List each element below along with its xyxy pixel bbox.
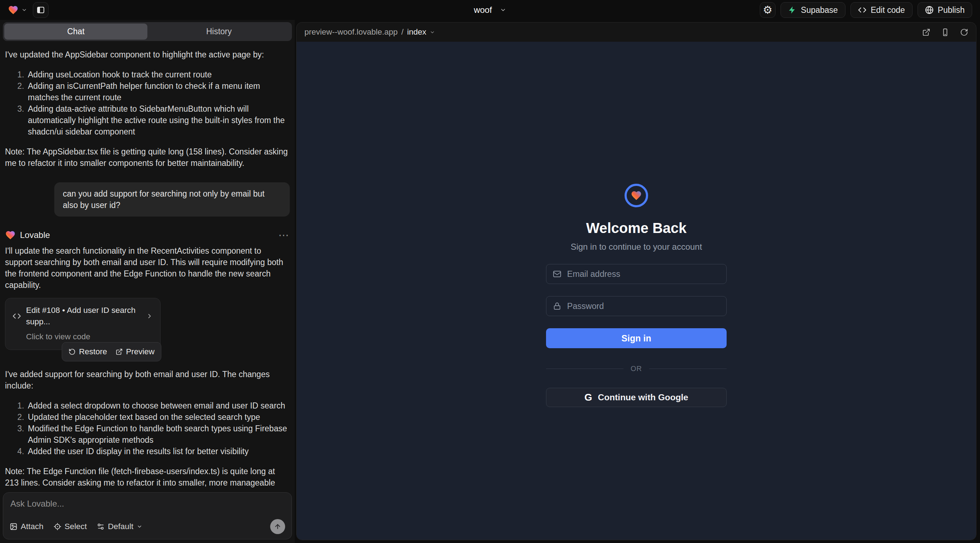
send-button[interactable] xyxy=(270,519,285,534)
sliders-icon xyxy=(97,523,105,530)
assistant-note: Note: The Edge Function file (fetch-fire… xyxy=(5,465,290,489)
divider-line xyxy=(546,368,624,369)
assistant-paragraph: I'll update the search functionality in … xyxy=(5,245,290,291)
edit-card-actions: Restore Preview xyxy=(62,342,161,361)
toggle-sidebar-button[interactable] xyxy=(33,2,49,18)
arrow-up-icon xyxy=(274,523,281,530)
external-link-icon xyxy=(922,28,931,37)
email-field[interactable] xyxy=(566,269,720,279)
restore-icon xyxy=(68,348,76,355)
preview-url-host: preview--woof.lovable.app xyxy=(304,27,398,37)
preview-label: Preview xyxy=(126,346,154,357)
list-item: Added the user ID display in the results… xyxy=(26,446,290,457)
select-element-button[interactable]: Select xyxy=(54,522,87,531)
divider-label: OR xyxy=(631,365,642,373)
divider-line xyxy=(649,368,727,369)
settings-button[interactable]: ⚙ xyxy=(760,2,775,18)
external-link-icon xyxy=(116,348,123,355)
code-icon xyxy=(858,6,867,14)
chat-history-tabbar: Chat History xyxy=(3,22,292,41)
project-switcher[interactable]: woof xyxy=(474,5,506,15)
google-signin-label: Continue with Google xyxy=(598,392,688,402)
assistant-note: Note: The AppSidebar.tsx file is getting… xyxy=(5,146,290,169)
google-signin-button[interactable]: G Continue with Google xyxy=(546,388,727,407)
message-more-button[interactable]: ⋯ xyxy=(278,229,290,241)
assistant-list: Added a select dropdown to choose betwee… xyxy=(5,400,290,457)
edit-code-label: Edit code xyxy=(871,5,905,15)
page-title: Welcome Back xyxy=(586,220,687,236)
preview-header: preview--woof.lovable.app / index xyxy=(297,22,976,42)
edit-card-wrapper: Edit #108 • Add user ID search supp... C… xyxy=(5,298,161,350)
list-item: Adding an isCurrentPath helper function … xyxy=(26,80,290,103)
app-logo xyxy=(625,184,648,207)
signin-form: Welcome Back Sign in to continue to your… xyxy=(546,184,727,407)
preview-iframe: Welcome Back Sign in to continue to your… xyxy=(297,42,976,540)
panel-left-icon xyxy=(37,6,45,14)
edit-card-title: Edit #108 • Add user ID search supp... xyxy=(26,305,141,327)
envelope-icon xyxy=(553,270,562,278)
refresh-icon xyxy=(960,28,968,37)
assistant-name: Lovable xyxy=(20,229,50,241)
select-label: Select xyxy=(65,522,87,531)
assistant-list: Adding useLocation hook to track the cur… xyxy=(5,69,290,137)
user-message-text: can you add support for searching not on… xyxy=(63,189,264,210)
attach-button[interactable]: Attach xyxy=(10,522,43,531)
topbar: woof ⚙ Supabase Edit code Publish xyxy=(0,0,980,20)
lovable-heart-icon xyxy=(8,5,19,15)
preview-url-selector[interactable]: preview--woof.lovable.app / index xyxy=(304,27,435,37)
list-item: Updated the placeholder text based on th… xyxy=(26,411,290,423)
publish-button[interactable]: Publish xyxy=(918,2,972,18)
list-item: Adding useLocation hook to track the cur… xyxy=(26,69,290,80)
chevron-down-icon xyxy=(137,524,142,529)
sign-in-button[interactable]: Sign in xyxy=(546,328,727,348)
page-subtitle: Sign in to continue to your account xyxy=(571,242,702,252)
chat-panel: Chat History I've updated the AppSidebar… xyxy=(0,20,295,543)
restore-button[interactable]: Restore xyxy=(68,346,107,357)
chevron-right-icon xyxy=(146,313,153,320)
assistant-paragraph: I've updated the AppSidebar component to… xyxy=(5,49,290,60)
open-in-new-tab-button[interactable] xyxy=(922,28,931,37)
target-icon xyxy=(54,523,61,530)
chevron-down-icon xyxy=(21,7,27,13)
chat-input[interactable] xyxy=(10,499,285,509)
chevron-down-icon xyxy=(500,7,506,13)
assistant-message-header: Lovable ⋯ xyxy=(5,229,290,241)
lovable-logo-menu[interactable] xyxy=(8,5,27,15)
image-attach-icon xyxy=(10,523,18,530)
refresh-button[interactable] xyxy=(960,28,968,37)
preview-button[interactable]: Preview xyxy=(116,346,154,357)
preview-panel: preview--woof.lovable.app / index xyxy=(295,20,980,543)
chevron-down-icon xyxy=(430,30,435,35)
code-icon xyxy=(13,312,21,321)
assistant-paragraph: I've added support for searching by both… xyxy=(5,368,290,391)
globe-icon xyxy=(925,6,934,14)
edit-code-button[interactable]: Edit code xyxy=(850,2,913,18)
tab-history[interactable]: History xyxy=(147,24,291,40)
heart-icon xyxy=(631,190,642,201)
chat-message-list[interactable]: I've updated the AppSidebar component to… xyxy=(0,41,295,489)
supabase-button[interactable]: Supabase xyxy=(781,2,845,18)
restore-label: Restore xyxy=(79,346,107,357)
mode-selector[interactable]: Default xyxy=(97,522,142,531)
password-field[interactable] xyxy=(566,301,720,311)
email-field-wrapper xyxy=(546,264,727,284)
mode-label: Default xyxy=(108,522,133,531)
password-field-wrapper xyxy=(546,296,727,316)
or-divider: OR xyxy=(546,365,727,373)
gear-icon: ⚙ xyxy=(763,5,773,15)
preview-url-page: index xyxy=(407,27,426,37)
list-item: Added a select dropdown to choose betwee… xyxy=(26,400,290,411)
attach-label: Attach xyxy=(21,522,43,531)
user-message-bubble: can you add support for searching not on… xyxy=(54,182,290,217)
project-name: woof xyxy=(474,5,492,15)
list-item: Modified the Edge Function to handle bot… xyxy=(26,423,290,446)
supabase-label: Supabase xyxy=(801,5,838,15)
google-logo-icon: G xyxy=(585,392,592,403)
supabase-bolt-icon xyxy=(788,6,797,14)
publish-label: Publish xyxy=(938,5,965,15)
lovable-heart-icon xyxy=(5,230,16,240)
mobile-view-button[interactable] xyxy=(941,28,949,37)
lock-icon xyxy=(553,302,562,310)
tab-chat[interactable]: Chat xyxy=(4,24,147,40)
edit-card-subtitle: Click to view code xyxy=(26,331,153,343)
